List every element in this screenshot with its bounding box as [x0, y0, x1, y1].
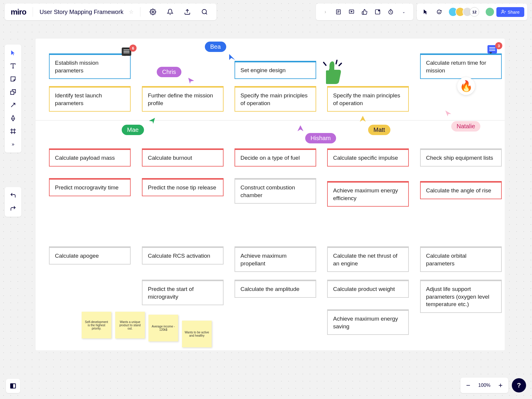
- user-tag-matt: Matt: [368, 125, 390, 135]
- card[interactable]: Calculate specific impulse: [327, 148, 409, 167]
- card[interactable]: Predict the nose tip release: [142, 178, 224, 196]
- bell-icon[interactable]: [164, 6, 176, 18]
- user-tag-bea: Bea: [205, 42, 226, 52]
- card[interactable]: Calculate product weight: [327, 280, 409, 298]
- sticky-note[interactable]: Average income - 120k$: [148, 315, 178, 341]
- svg-rect-38: [11, 384, 13, 388]
- card[interactable]: Decide on a type of fuel: [235, 148, 316, 167]
- svg-line-36: [339, 63, 341, 66]
- svg-point-0: [152, 11, 154, 13]
- card[interactable]: Calculate payload mass: [49, 148, 131, 167]
- share-label: Share: [508, 10, 520, 15]
- shape-tool[interactable]: [7, 86, 19, 98]
- svg-point-11: [378, 10, 379, 11]
- cursor-icon: [297, 125, 304, 132]
- present-icon[interactable]: [346, 6, 357, 18]
- card[interactable]: Calculate burnout: [142, 148, 224, 167]
- text-tool[interactable]: [7, 60, 19, 72]
- chevron-down-icon[interactable]: ⌄: [398, 6, 410, 18]
- avatar-count[interactable]: 12: [470, 7, 479, 17]
- card[interactable]: Construct combustion chamber: [235, 178, 316, 204]
- note-icon[interactable]: [332, 6, 344, 18]
- svg-rect-26: [11, 91, 14, 94]
- timer-icon[interactable]: [385, 6, 397, 18]
- header-center-panel: › ⌄: [316, 4, 413, 20]
- redo-button[interactable]: [7, 202, 19, 214]
- sticky-note[interactable]: Wants to be active and healthy: [182, 321, 212, 347]
- cursor-icon: [445, 110, 452, 117]
- minimap-toggle[interactable]: [6, 379, 20, 393]
- svg-line-35: [336, 60, 337, 64]
- pen-tool[interactable]: [7, 112, 19, 124]
- search-icon[interactable]: [199, 6, 210, 18]
- card[interactable]: Calculate the amplitude: [235, 280, 316, 298]
- card[interactable]: Calculate return time for mission: [420, 53, 502, 79]
- card[interactable]: Achieve maximum propellant: [235, 246, 316, 272]
- settings-icon[interactable]: [147, 6, 159, 18]
- frame-tool[interactable]: [7, 125, 19, 137]
- thumbs-up-icon[interactable]: [359, 6, 370, 18]
- card[interactable]: Predict the start of microgravity: [142, 280, 224, 305]
- badge-count: 3: [495, 42, 502, 49]
- cursor-icon[interactable]: [420, 6, 432, 18]
- card[interactable]: Identify test launch parameters: [49, 86, 131, 112]
- vote-icon[interactable]: [372, 6, 384, 18]
- fire-reaction[interactable]: 🔥: [457, 77, 475, 95]
- card[interactable]: Adjust life support parameters (oxygen l…: [420, 280, 502, 313]
- cursor-icon: [229, 53, 236, 61]
- header-right-panel: 12 Share: [417, 4, 527, 20]
- zoom-out-button[interactable]: −: [462, 379, 475, 392]
- canvas[interactable]: Establish mission parameters 6 Set engin…: [36, 39, 505, 350]
- card[interactable]: Establish mission parameters: [49, 53, 131, 79]
- card[interactable]: Calculate RCS activation: [142, 246, 224, 265]
- svg-line-14: [391, 12, 392, 13]
- user-tag-natalie: Natalie: [451, 121, 480, 132]
- svg-line-34: [324, 62, 326, 65]
- badge-count: 6: [129, 45, 137, 52]
- svg-line-27: [11, 103, 15, 107]
- sticky-tool[interactable]: [7, 73, 19, 85]
- sticky-note[interactable]: Self-development is the highest priority…: [82, 312, 111, 338]
- zoom-value[interactable]: 100%: [475, 383, 494, 388]
- card[interactable]: Calculate the angle of rise: [420, 181, 502, 199]
- board-title[interactable]: User Story Mapping Framework: [39, 9, 123, 15]
- select-tool[interactable]: [7, 47, 19, 59]
- export-icon[interactable]: [181, 6, 193, 18]
- star-icon[interactable]: ☆: [129, 9, 134, 15]
- sticky-note[interactable]: Wants a unique product to stand out.: [115, 312, 145, 338]
- card[interactable]: Specify the main principles of operation: [235, 86, 316, 112]
- user-tag-hisham: Hisham: [305, 133, 336, 143]
- user-tag-mae: Mae: [122, 125, 144, 135]
- share-button[interactable]: Share: [496, 7, 524, 17]
- svg-point-21: [502, 10, 504, 12]
- svg-point-16: [437, 10, 441, 14]
- divider-line: [36, 120, 505, 121]
- svg-rect-33: [326, 70, 330, 84]
- card[interactable]: Predict mocrogravity time: [49, 178, 131, 196]
- card[interactable]: Calculate orbital parameters: [420, 246, 502, 272]
- card[interactable]: Calculate the net thrust of an engine: [327, 246, 409, 272]
- chevron-right-icon[interactable]: ›: [319, 6, 331, 18]
- cursor-icon: [148, 117, 156, 124]
- help-button[interactable]: ?: [512, 378, 526, 392]
- card[interactable]: Achieve maximum energy saving: [327, 309, 409, 335]
- arrow-tool[interactable]: [7, 99, 19, 111]
- cursor-icon: [188, 77, 195, 84]
- card[interactable]: Set engine design: [235, 61, 316, 79]
- card[interactable]: Specify the main principles of operation: [327, 86, 409, 112]
- divider: [33, 7, 33, 17]
- card[interactable]: Achieve maximum energy efficiency: [327, 181, 409, 207]
- svg-line-3: [206, 13, 207, 14]
- zoom-in-button[interactable]: +: [494, 379, 507, 392]
- reactions-icon[interactable]: [433, 6, 445, 18]
- card[interactable]: Calculate apogee: [49, 246, 131, 265]
- undo-button[interactable]: [7, 189, 19, 201]
- zoom-panel: − 100% +: [460, 378, 508, 393]
- more-tools[interactable]: »: [7, 138, 19, 150]
- avatar-self[interactable]: [485, 7, 495, 17]
- card[interactable]: Check ship equipment lists: [420, 148, 502, 167]
- thumbs-up-reaction[interactable]: [321, 58, 344, 85]
- miro-logo[interactable]: miro: [11, 7, 26, 17]
- card[interactable]: Further define the mission profile: [142, 86, 224, 112]
- svg-point-2: [202, 10, 206, 14]
